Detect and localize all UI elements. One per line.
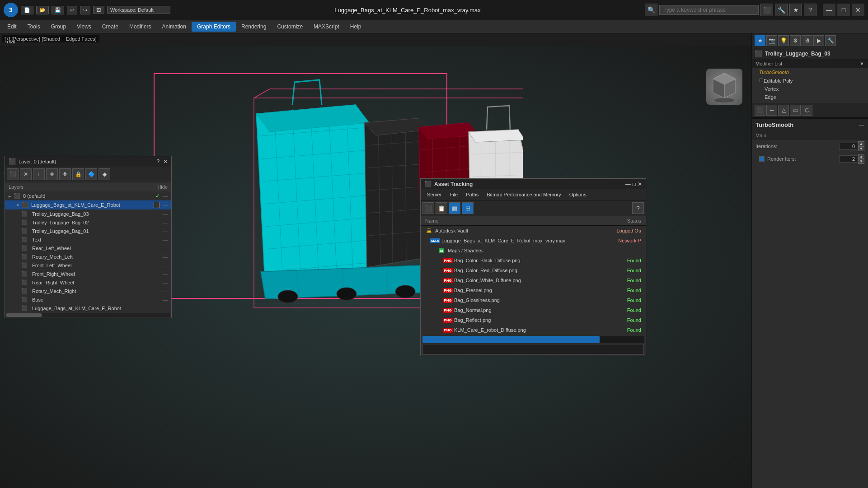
lt-render-btn[interactable]: 🔷 [85,168,97,180]
layer-item-10[interactable]: ⬛ Rear_Right_Wheel — [5,278,171,287]
menu-graph-editors[interactable]: Graph Editors [192,22,236,32]
layer-item-2[interactable]: ⬛ Trolley_Luggage_Bag_03 — [5,209,171,218]
menu-animation[interactable]: Animation [157,22,192,32]
layers-help-btn[interactable]: ? [157,158,160,165]
layer-item-12[interactable]: ⬛ Base — [5,295,171,304]
modifier-turbosmooth[interactable]: TurboSmooth [752,68,868,76]
render-iters-up[interactable]: ▲ [858,154,864,159]
menu-create[interactable]: Create [97,22,124,32]
menu-views[interactable]: Views [71,22,97,32]
layer-item-7[interactable]: ⬛ Rotary_Mech_Left — [5,252,171,261]
so-icon-4[interactable]: ▭ [790,105,801,116]
rp-icon-motion[interactable]: ▶ [813,35,824,46]
so-icon-2[interactable]: ─ [766,105,777,116]
rp-icon-utilities[interactable]: 🔧 [825,35,836,46]
asset-item-10[interactable]: PNG KLM_Care_E_robot_Diffuse.png Found [421,325,646,335]
minimize-button[interactable]: — [823,4,835,16]
lt-add-btn[interactable]: + [33,168,45,180]
menu-rendering[interactable]: Rendering [236,22,272,32]
undo-button[interactable]: ↩ [67,6,77,14]
asset-item-2[interactable]: M Maps / Shaders [421,246,646,256]
render-preview[interactable]: 🖼 [93,6,104,14]
at-icon-1[interactable]: ⬛ [422,202,434,214]
modifier-editable-poly[interactable]: ☐ Editable Poly [752,76,868,85]
layers-close-btn[interactable]: ✕ [163,158,168,165]
iterations-up[interactable]: ▲ [858,141,864,146]
layer-item-1[interactable]: ▾ ⬛ Luggage_Bags_at_KLM_Care_E_Robot — [5,200,171,209]
menu-group[interactable]: Group [46,22,71,32]
asset-menu-file[interactable]: File [446,191,461,198]
help-icon[interactable]: ? [804,4,816,16]
close-button[interactable]: ✕ [852,4,864,16]
at-icon-3[interactable]: ▦ [449,202,460,214]
layer-item-11[interactable]: ⬛ Rotary_Mech_Right — [5,287,171,295]
asset-item-0[interactable]: 🏛 Autodesk Vault Logged Ou [421,226,646,236]
modifier-vertex[interactable]: Vertex [752,85,868,93]
modifier-edge[interactable]: Edge [752,93,868,101]
layer-item-3[interactable]: ⬛ Trolley_Luggage_Bag_02 — [5,218,171,227]
asset-menu-bitmap[interactable]: Bitmap Performance and Memory [483,191,564,198]
lt-freeze-btn[interactable]: ❄ [46,168,58,180]
save-button[interactable]: 💾 [52,6,64,14]
layer-item-5[interactable]: ⬛ Text — [5,235,171,244]
render-iters-spinner[interactable]: ▲ ▼ [858,154,864,164]
so-icon-3[interactable]: △ [778,105,789,116]
iterations-input[interactable]: 0 [839,143,857,150]
asset-path-input[interactable] [422,344,644,355]
rp-icon-camera[interactable]: 📷 [766,35,777,46]
menu-customize[interactable]: Customize [272,22,308,32]
asset-menu-options[interactable]: Options [566,191,590,198]
search-go-button[interactable]: ⬛ [760,4,773,16]
asset-item-7[interactable]: PNG Bag_Glossiness.png Found [421,295,646,305]
open-button[interactable]: 📂 [36,6,49,14]
asset-item-5[interactable]: PNG Bag_Color_White_Diffuse.png Found [421,275,646,285]
asset-item-8[interactable]: PNG Bag_Normal.png Found [421,305,646,315]
at-help-icon[interactable]: ? [632,202,644,214]
menu-tools[interactable]: Tools [22,22,46,32]
asset-menu-paths[interactable]: Paths [462,191,482,198]
layer-item-8[interactable]: ⬛ Front_Left_Wheel — [5,261,171,270]
asset-menu-server[interactable]: Server [423,191,445,198]
iterations-down[interactable]: ▼ [858,146,864,151]
iterations-spinner[interactable]: ▲ ▼ [858,141,864,151]
layer-item-4[interactable]: ⬛ Trolley_Luggage_Bag_01 — [5,227,171,235]
asset-item-3[interactable]: PNG Bag_Color_Black_Diffuse.png Found [421,256,646,265]
so-icon-5[interactable]: ⬡ [802,105,812,116]
rp-icon-light[interactable]: 💡 [778,35,789,46]
search-input[interactable] [659,5,759,15]
lt-hide-btn[interactable]: 👁 [59,168,71,180]
layer-item-6[interactable]: ⬛ Rear_Left_Wheel — [5,244,171,252]
render-iters-checkbox[interactable] [759,156,765,162]
at-icon-2[interactable]: 📋 [436,202,447,214]
bookmark-icon[interactable]: ★ [789,4,802,16]
layer-1-colorbox[interactable] [154,202,160,208]
rp-icon-display[interactable]: 🖥 [802,35,812,46]
render-iters-down[interactable]: ▼ [858,159,864,164]
asset-item-1[interactable]: MAX Luggage_Bags_at_KLM_Care_E_Robot_max… [421,236,646,246]
menu-maxscript[interactable]: MAXScript [308,22,345,32]
asset-maximize-btn[interactable]: □ [633,181,636,187]
so-icon-1[interactable]: ⬛ [755,105,765,116]
redo-button[interactable]: ↪ [80,6,90,14]
maximize-button[interactable]: □ [837,4,850,16]
search-filter-icon[interactable]: 🔧 [775,4,788,16]
at-icon-4[interactable]: ⊞ [462,202,474,214]
rp-icon-star[interactable]: ★ [755,35,765,46]
nav-cube[interactable] [706,69,742,105]
asset-item-6[interactable]: PNG Bag_Fresnel.png Found [421,285,646,295]
layers-scrollbar[interactable] [6,313,170,317]
menu-edit[interactable]: Edit [2,22,22,32]
asset-close-btn[interactable]: ✕ [638,181,642,187]
workspace-selector[interactable]: Workspace: Default [107,6,170,14]
asset-minimize-btn[interactable]: — [625,181,631,187]
menu-modifiers[interactable]: Modifiers [124,22,157,32]
lt-extra-btn[interactable]: ◆ [99,168,110,180]
layer-item-0[interactable]: ▸ ⬛ 0 (default) ✓ — [5,191,171,200]
menu-help[interactable]: Help [345,22,367,32]
lt-lock-btn[interactable]: 🔒 [72,168,84,180]
rp-icon-settings[interactable]: ⚙ [790,35,801,46]
lt-close-btn[interactable]: ✕ [20,168,32,180]
lt-all-btn[interactable]: ⬛ [7,168,19,180]
asset-item-9[interactable]: PNG Bag_Reflect.png Found [421,315,646,325]
asset-item-4[interactable]: PNG Bag_Color_Red_Diffuse.png Found [421,265,646,275]
